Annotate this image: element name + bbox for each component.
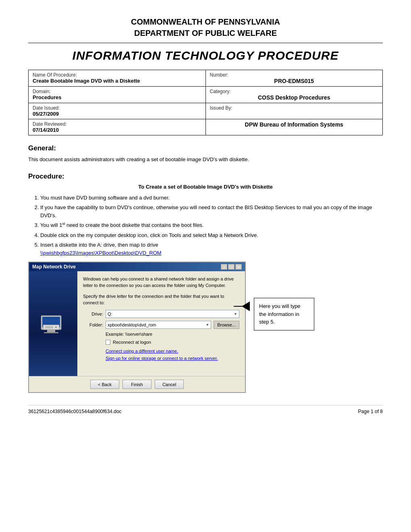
doc-id: 36125621c4385946c001544a8900f634.doc — [28, 409, 122, 414]
folder-field-row: Folder: xpboot\desktop\dvd_rom ▼ Browse.… — [83, 321, 239, 329]
connect-link[interactable]: Connect using a different user name. — [106, 349, 178, 353]
screenshot-area: Map Network Drive – □ × — [28, 262, 383, 393]
step-1: You must have DVD burning software and a… — [40, 194, 383, 202]
header: COMMONWEALTH OF PENNSYLVANIA DEPARTMENT … — [28, 16, 383, 39]
network-path[interactable]: \\pwishbgfps23\Images\XPBoot\Desktop\DVD… — [40, 250, 162, 256]
general-heading: General: — [28, 144, 383, 152]
org-name: COMMONWEALTH OF PENNSYLVANIA DEPARTMENT … — [28, 16, 383, 39]
category-value: COSS Desktop Procedures — [210, 94, 379, 101]
example-text: Example: \\server\share — [106, 332, 239, 337]
reconnect-label: Reconnect at logon — [113, 340, 151, 345]
info-table: Name Of Procedure: Create Bootable Image… — [28, 70, 383, 135]
connect-link-block: Connect using a different user name. — [106, 349, 239, 353]
drive-field-row: Drive: Q: ▼ — [83, 310, 239, 318]
minimize-button[interactable]: – — [221, 264, 227, 270]
domain-value: Procedures — [33, 94, 201, 100]
back-button[interactable]: < Back — [90, 380, 119, 389]
svg-rect-2 — [47, 330, 55, 332]
domain-label: Domain: — [33, 89, 201, 94]
folder-label: Folder: — [83, 322, 103, 327]
arrow-left — [242, 301, 250, 311]
step-5: Insert a diskette into the A: drive, the… — [40, 241, 383, 257]
reconnect-row: Reconnect at logon — [106, 340, 239, 345]
finish-button[interactable]: Finish — [122, 380, 152, 389]
procedure-heading: Procedure: — [28, 172, 383, 181]
dialog-title: Map Network Drive — [32, 264, 76, 270]
maximize-button[interactable]: □ — [228, 264, 235, 270]
general-body: This document assists administrators wit… — [28, 156, 383, 164]
dialog-footer: < Back Finish Cancel — [29, 376, 245, 392]
date-issued-label: Date Issued: — [33, 105, 201, 111]
step-4: Double click on the my computer desktop … — [40, 231, 383, 239]
signup-link-block: Sign up for online storage or connect to… — [106, 356, 239, 361]
arrow-shaft — [234, 306, 243, 307]
procedure-title: INFORMATION TECHNOLOGY PROCEDURE — [28, 49, 383, 62]
callout-text: Here you will type the information in st… — [259, 303, 301, 325]
folder-dropdown-arrow: ▼ — [206, 323, 209, 327]
superscript: st — [62, 222, 65, 226]
name-label: Name Of Procedure: — [33, 72, 201, 78]
map-network-drive-dialog[interactable]: Map Network Drive – □ × — [28, 262, 246, 393]
cancel-button[interactable]: Cancel — [155, 380, 184, 389]
signup-link[interactable]: Sign up for online storage or connect to… — [106, 356, 218, 361]
drive-label: Drive: — [83, 312, 103, 316]
close-button[interactable]: × — [235, 264, 242, 270]
page-info: Page 1 of 8 — [358, 409, 383, 414]
issued-by-label: Issued By: — [210, 105, 379, 111]
browse-button[interactable]: Browse... — [214, 321, 239, 329]
svg-rect-5 — [45, 326, 53, 328]
procedure-steps: You must have DVD burning software and a… — [40, 194, 383, 257]
drive-value: Q: — [108, 312, 112, 316]
dialog-left-panel — [29, 271, 77, 376]
category-label: Category: — [210, 89, 379, 94]
dialog-body: Windows can help you connect to a shared… — [29, 271, 245, 376]
footer: 36125621c4385946c001544a8900f634.doc Pag… — [28, 405, 383, 414]
svg-point-6 — [55, 326, 57, 328]
step-2: If you have the capability to burn DVD's… — [40, 204, 383, 219]
date-reviewed-value: 07/14/2010 — [33, 127, 201, 133]
titlebar-buttons: – □ × — [221, 264, 242, 270]
folder-input[interactable]: xpboot\desktop\dvd_rom ▼ — [106, 321, 211, 329]
drive-input[interactable]: Q: ▼ — [106, 310, 239, 318]
date-reviewed-label: Date Reviewed: — [33, 121, 201, 127]
dialog-specify: Specify the drive letter for the connect… — [83, 293, 239, 306]
issued-by-value: DPW Bureau of Information Systems — [210, 121, 379, 128]
dialog-right-content: Windows can help you connect to a shared… — [77, 271, 245, 376]
page-container: COMMONWEALTH OF PENNSYLVANIA DEPARTMENT … — [28, 16, 383, 414]
reconnect-checkbox[interactable] — [106, 340, 110, 345]
callout-box: Here you will type the information in st… — [254, 298, 314, 330]
dialog-titlebar: Map Network Drive – □ × — [29, 262, 245, 271]
svg-rect-3 — [44, 332, 58, 333]
procedure-name: Create Bootable Image DVD with a Diskett… — [33, 78, 201, 84]
folder-value: xpboot\desktop\dvd_rom — [108, 322, 156, 327]
procedure-sub-heading: To Create a set of Bootable Image DVD's … — [28, 184, 383, 190]
step-3: You will 1st need to create the boot dis… — [40, 221, 383, 229]
procedure-number: PRO-EDMS015 — [210, 78, 379, 84]
number-label: Number: — [210, 72, 379, 78]
drive-dropdown-arrow: ▼ — [234, 312, 237, 316]
date-issued-value: 05/27/2009 — [33, 111, 201, 117]
dialog-intro: Windows can help you connect to a shared… — [83, 276, 239, 289]
network-drive-icon — [39, 310, 67, 338]
